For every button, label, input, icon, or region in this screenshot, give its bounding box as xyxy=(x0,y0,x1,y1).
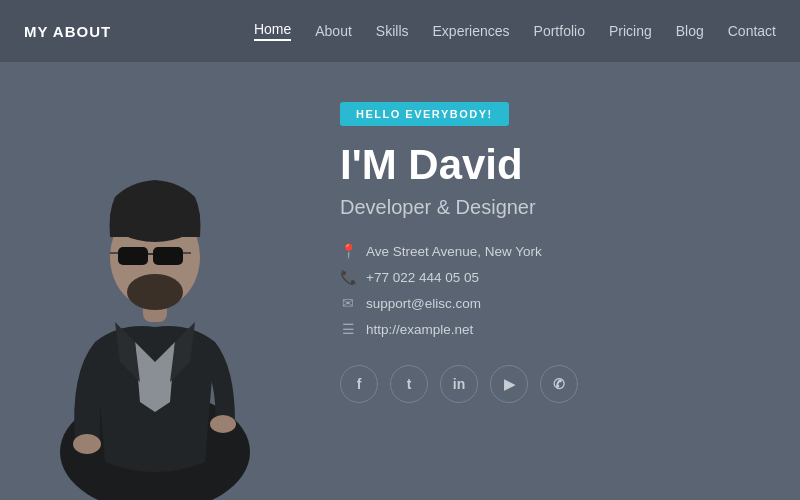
nav-pricing[interactable]: Pricing xyxy=(609,23,652,39)
nav-blog[interactable]: Blog xyxy=(676,23,704,39)
nav-portfolio[interactable]: Portfolio xyxy=(534,23,585,39)
phone-item: 📞 +77 022 444 05 05 xyxy=(340,269,760,285)
nav-contact[interactable]: Contact xyxy=(728,23,776,39)
social-icons: f t in ▶ ✆ xyxy=(340,365,760,403)
email-text: support@elisc.com xyxy=(366,296,481,311)
hero-subtitle: Developer & Designer xyxy=(340,196,760,219)
nav-about[interactable]: About xyxy=(315,23,352,39)
nav-experiences[interactable]: Experiences xyxy=(433,23,510,39)
email-icon: ✉ xyxy=(340,295,356,311)
hero-name: I'M David xyxy=(340,142,760,188)
hero-person-image xyxy=(40,82,300,492)
svg-rect-4 xyxy=(118,247,148,265)
address-text: Ave Street Avenue, New York xyxy=(366,244,542,259)
header: MY ABOUT Home About Skills Experiences P… xyxy=(0,0,800,62)
web-icon: ☰ xyxy=(340,321,356,337)
linkedin-button[interactable]: in xyxy=(440,365,478,403)
svg-rect-5 xyxy=(153,247,183,265)
hero-content: HELLO EVERYBODY! I'M David Developer & D… xyxy=(340,92,760,403)
website-text: http://example.net xyxy=(366,322,473,337)
location-icon: 📍 xyxy=(340,243,356,259)
main-nav: Home About Skills Experiences Portfolio … xyxy=(254,21,776,41)
address-item: 📍 Ave Street Avenue, New York xyxy=(340,243,760,259)
email-item: ✉ support@elisc.com xyxy=(340,295,760,311)
info-list: 📍 Ave Street Avenue, New York 📞 +77 022 … xyxy=(340,243,760,337)
svg-point-11 xyxy=(210,415,236,433)
logo: MY ABOUT xyxy=(24,23,111,40)
svg-point-10 xyxy=(73,434,101,454)
hero-section: HELLO EVERYBODY! I'M David Developer & D… xyxy=(0,62,800,500)
facebook-button[interactable]: f xyxy=(340,365,378,403)
twitter-button[interactable]: t xyxy=(390,365,428,403)
phone-icon: 📞 xyxy=(340,269,356,285)
youtube-button[interactable]: ▶ xyxy=(490,365,528,403)
nav-home[interactable]: Home xyxy=(254,21,291,41)
whatsapp-button[interactable]: ✆ xyxy=(540,365,578,403)
hello-badge: HELLO EVERYBODY! xyxy=(340,102,509,126)
svg-point-9 xyxy=(127,274,183,310)
website-item: ☰ http://example.net xyxy=(340,321,760,337)
phone-text: +77 022 444 05 05 xyxy=(366,270,479,285)
nav-skills[interactable]: Skills xyxy=(376,23,409,39)
